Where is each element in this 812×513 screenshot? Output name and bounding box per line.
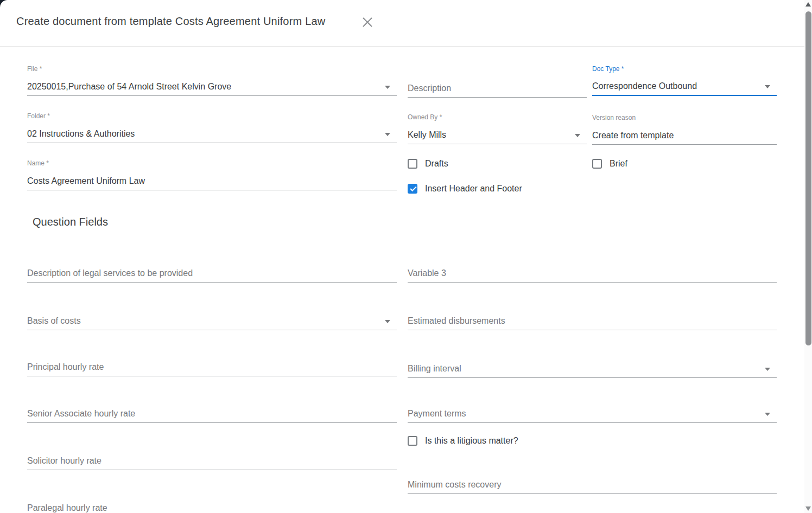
- close-icon[interactable]: [361, 16, 374, 29]
- principal-hourly-rate-input[interactable]: Principal hourly rate: [27, 358, 397, 376]
- brief-checkbox[interactable]: Brief: [592, 159, 627, 169]
- header-divider: [0, 46, 805, 47]
- chevron-down-icon[interactable]: [385, 320, 390, 323]
- screen: Create document from template Costs Agre…: [0, 0, 812, 513]
- owned-by-field[interactable]: Owned By * Kelly Mills: [408, 113, 587, 144]
- doc-type-select[interactable]: Correspondence Outbound: [592, 78, 777, 96]
- principal-hourly-rate-field[interactable]: Principal hourly rate: [27, 358, 397, 376]
- solicitor-hourly-rate-input[interactable]: Solicitor hourly rate: [27, 452, 397, 470]
- paralegal-hourly-rate-input[interactable]: Paralegal hourly rate: [27, 499, 397, 513]
- doc-type-label: Doc Type *: [592, 65, 777, 73]
- file-label: File *: [27, 65, 397, 73]
- folder-label: Folder *: [27, 112, 397, 120]
- version-reason-label: Version reason: [592, 114, 777, 121]
- chevron-down-icon[interactable]: [385, 86, 390, 89]
- doc-type-field[interactable]: Doc Type * Correspondence Outbound: [592, 65, 777, 96]
- version-reason-value: Create from template: [592, 131, 674, 140]
- folder-field[interactable]: Folder * 02 Instructions & Authorities: [27, 112, 397, 143]
- checkbox-icon: [408, 159, 417, 169]
- chevron-down-icon[interactable]: [575, 134, 580, 137]
- minimum-costs-recovery-field[interactable]: Minimum costs recovery: [408, 476, 777, 494]
- checkbox-checked-icon: [408, 184, 417, 194]
- field-placeholder: Description of legal services to be prov…: [27, 268, 193, 278]
- file-select[interactable]: 20250015,Purchase of 54 Arnold Street Ke…: [27, 78, 397, 96]
- owned-by-label: Owned By *: [408, 113, 587, 121]
- litigious-matter-checkbox[interactable]: Is this a litigious matter?: [408, 436, 518, 446]
- field-placeholder: Paralegal hourly rate: [27, 503, 107, 513]
- file-field[interactable]: File * 20250015,Purchase of 54 Arnold St…: [27, 65, 397, 96]
- chevron-down-icon[interactable]: [765, 85, 770, 88]
- estimated-disbursements-input[interactable]: Estimated disbursements: [408, 312, 777, 330]
- name-label: Name *: [27, 159, 397, 167]
- legal-services-description-field[interactable]: Description of legal services to be prov…: [27, 264, 397, 283]
- field-placeholder: Variable 3: [408, 268, 446, 278]
- senior-associate-hourly-rate-input[interactable]: Senior Associate hourly rate: [27, 405, 397, 423]
- scrollbar-thumb[interactable]: [805, 11, 811, 345]
- vertical-scrollbar[interactable]: [804, 0, 812, 513]
- drafts-checkbox[interactable]: Drafts: [408, 159, 448, 169]
- field-placeholder: Billing interval: [408, 364, 461, 374]
- name-field[interactable]: Name * Costs Agreement Uniform Law: [27, 159, 397, 190]
- brief-checkbox-label: Brief: [610, 159, 627, 169]
- field-placeholder: Payment terms: [408, 409, 466, 419]
- payment-terms-field[interactable]: Payment terms: [408, 405, 777, 423]
- paralegal-hourly-rate-field[interactable]: Paralegal hourly rate: [27, 499, 397, 513]
- field-placeholder: Solicitor hourly rate: [27, 456, 101, 466]
- version-reason-field[interactable]: Version reason Create from template: [592, 114, 777, 145]
- field-placeholder: Minimum costs recovery: [408, 480, 501, 490]
- billing-interval-field[interactable]: Billing interval: [408, 360, 777, 378]
- basis-of-costs-field[interactable]: Basis of costs: [27, 312, 397, 330]
- legal-services-description-input[interactable]: Description of legal services to be prov…: [27, 264, 397, 283]
- owned-by-select[interactable]: Kelly Mills: [408, 126, 587, 144]
- scroll-up-arrow-icon[interactable]: [805, 2, 811, 7]
- create-document-dialog: Create document from template Costs Agre…: [0, 0, 812, 513]
- description-placeholder: Description: [408, 84, 451, 93]
- version-reason-input[interactable]: Create from template: [592, 126, 777, 145]
- field-placeholder: Principal hourly rate: [27, 362, 104, 372]
- chevron-down-icon[interactable]: [765, 413, 770, 416]
- variable-3-input[interactable]: Variable 3: [408, 264, 777, 283]
- chevron-down-icon[interactable]: [765, 368, 770, 371]
- field-placeholder: Basis of costs: [27, 316, 81, 326]
- minimum-costs-recovery-input[interactable]: Minimum costs recovery: [408, 476, 777, 494]
- name-value: Costs Agreement Uniform Law: [27, 176, 145, 186]
- drafts-checkbox-label: Drafts: [425, 159, 448, 169]
- description-input[interactable]: Description: [408, 79, 587, 98]
- question-fields-heading: Question Fields: [33, 216, 108, 228]
- variable-3-field[interactable]: Variable 3: [408, 264, 777, 283]
- checkbox-icon: [592, 159, 602, 169]
- estimated-disbursements-field[interactable]: Estimated disbursements: [408, 312, 777, 330]
- name-input[interactable]: Costs Agreement Uniform Law: [27, 172, 397, 190]
- owned-by-value: Kelly Mills: [408, 130, 446, 140]
- folder-select[interactable]: 02 Instructions & Authorities: [27, 125, 397, 143]
- field-placeholder: Estimated disbursements: [408, 316, 505, 326]
- billing-interval-select[interactable]: Billing interval: [408, 360, 777, 378]
- insert-header-footer-checkbox[interactable]: Insert Header and Footer: [408, 184, 522, 194]
- litigious-matter-label: Is this a litigious matter?: [425, 436, 518, 446]
- description-field[interactable]: Description: [408, 79, 587, 98]
- basis-of-costs-select[interactable]: Basis of costs: [27, 312, 397, 330]
- solicitor-hourly-rate-field[interactable]: Solicitor hourly rate: [27, 452, 397, 470]
- file-value: 20250015,Purchase of 54 Arnold Street Ke…: [27, 82, 231, 92]
- insert-header-footer-label: Insert Header and Footer: [425, 184, 522, 194]
- doc-type-value: Correspondence Outbound: [592, 81, 697, 91]
- payment-terms-select[interactable]: Payment terms: [408, 405, 777, 423]
- chevron-down-icon[interactable]: [385, 133, 390, 136]
- scroll-down-arrow-icon[interactable]: [805, 506, 811, 511]
- field-placeholder: Senior Associate hourly rate: [27, 409, 135, 419]
- dialog-title: Create document from template Costs Agre…: [16, 15, 325, 28]
- checkbox-icon: [408, 436, 417, 446]
- senior-associate-hourly-rate-field[interactable]: Senior Associate hourly rate: [27, 405, 397, 423]
- folder-value: 02 Instructions & Authorities: [27, 129, 135, 139]
